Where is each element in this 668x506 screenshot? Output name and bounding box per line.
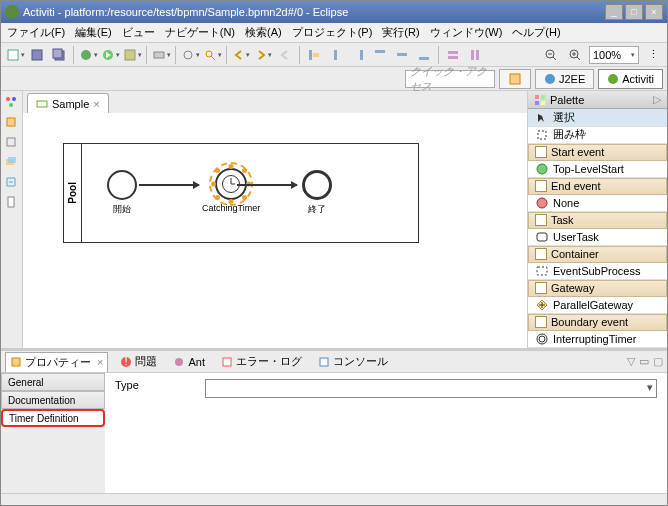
zoom-combo[interactable]: 100%▾ bbox=[589, 46, 639, 64]
svg-rect-45 bbox=[538, 131, 546, 139]
folder-icon bbox=[535, 248, 547, 260]
tool-outline-icon[interactable] bbox=[4, 135, 20, 151]
run-ext-button[interactable]: ▾ bbox=[122, 45, 142, 65]
svg-rect-16 bbox=[397, 53, 407, 56]
palette-cat-task[interactable]: Task bbox=[528, 212, 667, 229]
tab-errorlog[interactable]: エラー・ログ bbox=[217, 352, 306, 371]
maximize-button[interactable]: □ bbox=[625, 4, 643, 20]
svg-point-30 bbox=[545, 74, 555, 84]
palette-interrupting-timer[interactable]: InterruptingTimer bbox=[528, 331, 667, 348]
open-perspective-button[interactable] bbox=[499, 69, 531, 89]
match-height-button[interactable] bbox=[465, 45, 485, 65]
align-bottom-button[interactable] bbox=[414, 45, 434, 65]
tool-palette-icon[interactable] bbox=[4, 115, 20, 131]
quick-access-input[interactable]: クイック・アクセス bbox=[405, 70, 495, 88]
menu-window[interactable]: ウィンドウ(W) bbox=[430, 25, 503, 40]
editor-tab-close[interactable]: × bbox=[93, 98, 99, 110]
search-button[interactable]: ▾ bbox=[202, 45, 222, 65]
start-event-node[interactable]: 開始 bbox=[107, 170, 137, 216]
zoom-out-button[interactable] bbox=[541, 45, 561, 65]
statusbar bbox=[1, 493, 667, 505]
zoom-value: 100% bbox=[593, 49, 621, 61]
tab-problems[interactable]: !問題 bbox=[116, 352, 161, 371]
view-menu-icon[interactable]: ▽ bbox=[627, 355, 635, 368]
nav-forward-button[interactable]: ▾ bbox=[253, 45, 273, 65]
new-button[interactable]: ▾ bbox=[5, 45, 25, 65]
align-middle-button[interactable] bbox=[392, 45, 412, 65]
svg-rect-11 bbox=[309, 50, 312, 60]
property-tab-documentation[interactable]: Documentation bbox=[1, 391, 105, 409]
svg-rect-6 bbox=[125, 50, 135, 60]
palette-cat-start[interactable]: Start event bbox=[528, 144, 667, 161]
zoom-in-button[interactable] bbox=[565, 45, 585, 65]
perspective-activiti[interactable]: Activiti bbox=[598, 69, 663, 89]
editor-tab-sample[interactable]: Sample × bbox=[27, 93, 109, 113]
sequence-flow-2[interactable] bbox=[237, 184, 297, 186]
palette-cat-container[interactable]: Container bbox=[528, 246, 667, 263]
nav-last-button[interactable] bbox=[275, 45, 295, 65]
menu-search[interactable]: 検索(A) bbox=[245, 25, 282, 40]
new-server-button[interactable]: ▾ bbox=[151, 45, 171, 65]
palette-cat-boundary[interactable]: Boundary event bbox=[528, 314, 667, 331]
open-type-button[interactable]: ▾ bbox=[180, 45, 200, 65]
tab-console[interactable]: コンソール bbox=[314, 352, 392, 371]
save-all-button[interactable] bbox=[49, 45, 69, 65]
menu-help[interactable]: ヘルプ(H) bbox=[512, 25, 560, 40]
property-tab-general[interactable]: General bbox=[1, 373, 105, 391]
tab-properties[interactable]: プロパティー× bbox=[5, 352, 108, 372]
palette-user-task[interactable]: UserTask bbox=[528, 229, 667, 246]
maximize-view-icon[interactable]: ▢ bbox=[653, 355, 663, 368]
tool-select-icon[interactable] bbox=[4, 95, 20, 111]
tool-tasks-icon[interactable] bbox=[4, 195, 20, 211]
menu-file[interactable]: ファイル(F) bbox=[7, 25, 65, 40]
run-button[interactable]: ▾ bbox=[100, 45, 120, 65]
palette-event-subprocess[interactable]: EventSubProcess bbox=[528, 263, 667, 280]
menu-view[interactable]: ビュー bbox=[122, 25, 155, 40]
palette-marquee-tool[interactable]: 囲み枠 bbox=[528, 127, 667, 144]
property-tab-timer-definition[interactable]: Timer Definition bbox=[1, 409, 105, 427]
debug-button[interactable]: ▾ bbox=[78, 45, 98, 65]
type-combobox[interactable] bbox=[205, 379, 657, 398]
diagram-canvas[interactable]: Pool 開始 bbox=[23, 113, 527, 348]
minimize-view-icon[interactable]: ▭ bbox=[639, 355, 649, 368]
svg-point-33 bbox=[12, 97, 16, 101]
align-top-button[interactable] bbox=[370, 45, 390, 65]
toolbar-menu-button[interactable]: ⋮ bbox=[643, 45, 663, 65]
svg-rect-19 bbox=[448, 56, 458, 59]
palette-top-level-start[interactable]: Top-LevelStart bbox=[528, 161, 667, 178]
tool-navigator-icon[interactable] bbox=[4, 175, 20, 191]
menu-navigate[interactable]: ナビゲート(N) bbox=[165, 25, 235, 40]
sequence-flow-1[interactable] bbox=[139, 184, 199, 186]
palette-parallel-gateway[interactable]: ParallelGateway bbox=[528, 297, 667, 314]
save-button[interactable] bbox=[27, 45, 47, 65]
palette-select-tool[interactable]: 選択 bbox=[528, 109, 667, 126]
svg-rect-40 bbox=[37, 101, 47, 107]
align-left-button[interactable] bbox=[304, 45, 324, 65]
bpmn-pool[interactable]: Pool 開始 bbox=[63, 143, 419, 243]
tool-layers-icon[interactable] bbox=[4, 155, 20, 171]
catching-timer-node[interactable]: CatchingTimer bbox=[202, 168, 260, 213]
palette-cat-gateway[interactable]: Gateway bbox=[528, 280, 667, 297]
collapse-icon[interactable]: ▷ bbox=[653, 93, 661, 106]
nav-back-button[interactable]: ▾ bbox=[231, 45, 251, 65]
palette-cat-end[interactable]: End event bbox=[528, 178, 667, 195]
svg-rect-39 bbox=[8, 197, 14, 207]
property-tabs: General Documentation Timer Definition bbox=[1, 373, 105, 493]
align-center-h-button[interactable] bbox=[326, 45, 346, 65]
end-event-node[interactable]: 終了 bbox=[302, 170, 332, 216]
editor-area: Sample × Pool 開始 bbox=[23, 91, 527, 348]
menu-edit[interactable]: 編集(E) bbox=[75, 25, 112, 40]
minimize-button[interactable]: _ bbox=[605, 4, 623, 20]
palette-none-end[interactable]: None bbox=[528, 195, 667, 212]
align-right-button[interactable] bbox=[348, 45, 368, 65]
close-button[interactable]: × bbox=[645, 4, 663, 20]
palette-header[interactable]: Palette ▷ bbox=[528, 91, 667, 109]
svg-point-4 bbox=[81, 50, 91, 60]
svg-rect-38 bbox=[8, 157, 16, 163]
menu-run[interactable]: 実行(R) bbox=[382, 25, 419, 40]
left-toolbar bbox=[1, 91, 23, 348]
tab-ant[interactable]: Ant bbox=[169, 354, 209, 370]
menu-project[interactable]: プロジェクト(P) bbox=[292, 25, 373, 40]
perspective-j2ee[interactable]: J2EE bbox=[535, 69, 594, 89]
match-width-button[interactable] bbox=[443, 45, 463, 65]
